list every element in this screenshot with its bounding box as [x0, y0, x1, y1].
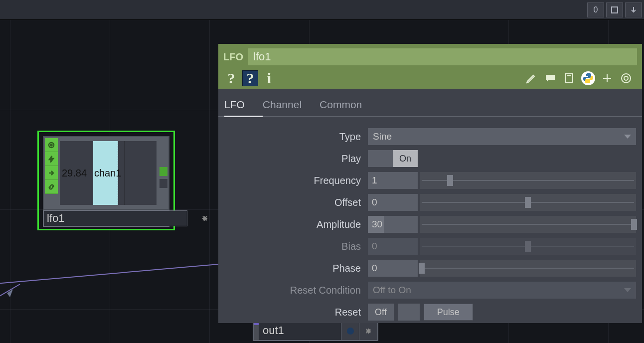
chop-channel: chan1	[92, 168, 124, 179]
svg-rect-4	[566, 74, 573, 83]
inlet-arrow-icon[interactable]	[45, 166, 58, 180]
inlet-link-icon[interactable]	[45, 180, 58, 194]
reset-state	[398, 304, 420, 321]
play-toggle[interactable]: On	[368, 150, 418, 167]
clipboard-icon[interactable]	[561, 70, 577, 86]
minimize-button[interactable]: 0	[587, 2, 604, 17]
param-reset-condition: Reset Condition Off to On	[218, 279, 636, 301]
amplitude-input[interactable]: 30	[368, 216, 418, 233]
target-icon[interactable]	[618, 70, 634, 86]
phase-slider[interactable]	[420, 260, 636, 277]
node-inlets	[45, 138, 58, 194]
svg-point-3	[51, 144, 52, 146]
panel-header: LFO ? ? i	[218, 44, 642, 89]
type-value: Sine	[373, 131, 392, 142]
svg-point-5	[622, 74, 631, 83]
param-offset: Offset 0	[218, 191, 636, 213]
svg-rect-0	[612, 7, 618, 13]
parameter-tabs: LFO Channel Common	[218, 89, 642, 117]
param-amplitude: Amplitude 30	[218, 213, 636, 235]
tab-channel[interactable]: Channel	[263, 96, 320, 116]
node-body: 29.84 chan1	[43, 136, 169, 210]
frequency-input[interactable]: 1	[368, 172, 418, 189]
bias-slider	[420, 238, 636, 255]
operator-name-input[interactable]	[248, 48, 637, 65]
reset-pulse-button[interactable]: Pulse	[424, 304, 473, 321]
network-editor[interactable]: 29.84 chan1 out1 LFO ?	[0, 20, 644, 343]
param-frequency: Frequency 1	[218, 170, 636, 191]
inlet-bolt-icon[interactable]	[45, 152, 58, 166]
inlet-target-icon[interactable]	[45, 138, 58, 152]
node-inlet[interactable]	[254, 322, 259, 340]
help-icon[interactable]: ?	[223, 70, 239, 86]
outlet-0[interactable]	[160, 167, 167, 176]
play-value: On	[393, 150, 418, 167]
node-name-label: out1	[259, 322, 341, 340]
node-out1[interactable]: out1	[253, 321, 378, 341]
node-footer	[43, 210, 169, 227]
param-phase: Phase 0	[218, 257, 636, 279]
param-reset: Reset Off Pulse	[218, 301, 636, 323]
chop-viewer: 29.84 chan1	[60, 141, 157, 205]
info-icon[interactable]: i	[261, 70, 277, 86]
arrow-down-icon	[630, 6, 637, 13]
param-bias: Bias 0	[218, 235, 636, 257]
clone-flag-icon[interactable]	[201, 215, 208, 222]
wiki-help-icon[interactable]: ?	[242, 70, 258, 86]
outlet-1[interactable]	[160, 179, 167, 188]
chevron-down-icon	[624, 288, 631, 292]
add-icon[interactable]	[599, 70, 615, 86]
clone-flag-icon[interactable]	[359, 322, 377, 340]
edit-icon[interactable]	[523, 70, 539, 86]
phase-input[interactable]: 0	[368, 260, 418, 277]
reset-condition-dropdown: Off to On	[368, 282, 636, 299]
offset-input[interactable]: 0	[368, 194, 418, 211]
node-name-input[interactable]	[43, 210, 187, 226]
operator-type-label: LFO	[223, 51, 243, 63]
svg-point-2	[49, 143, 54, 148]
maximize-icon	[611, 6, 618, 13]
node-lfo1[interactable]: 29.84 chan1	[37, 131, 175, 230]
parameter-list: Type Sine Play On Freque	[218, 117, 642, 323]
param-play: Play On	[218, 148, 636, 170]
frequency-slider[interactable]	[420, 172, 636, 189]
type-dropdown[interactable]: Sine	[368, 128, 636, 145]
python-icon[interactable]	[580, 70, 596, 86]
maximize-button[interactable]	[606, 2, 623, 17]
dock-button[interactable]	[625, 2, 642, 17]
svg-marker-1	[7, 289, 13, 297]
node-outlets	[160, 167, 167, 191]
display-flag-icon[interactable]	[347, 328, 354, 335]
tab-lfo[interactable]: LFO	[224, 96, 263, 117]
reset-condition-value: Off to On	[373, 285, 411, 296]
param-type: Type Sine	[218, 126, 636, 148]
reset-off-button[interactable]: Off	[368, 304, 394, 321]
svg-point-6	[624, 76, 628, 80]
parameter-panel: LFO ? ? i LFO C	[218, 44, 642, 323]
amplitude-slider[interactable]	[420, 216, 636, 233]
bias-input: 0	[368, 238, 418, 255]
chop-value: 29.84	[60, 168, 92, 179]
tab-common[interactable]: Common	[320, 96, 380, 116]
comment-icon[interactable]	[542, 70, 558, 86]
offset-slider[interactable]	[420, 194, 636, 211]
chevron-down-icon	[624, 135, 631, 139]
window-title-bar: 0	[0, 0, 644, 20]
